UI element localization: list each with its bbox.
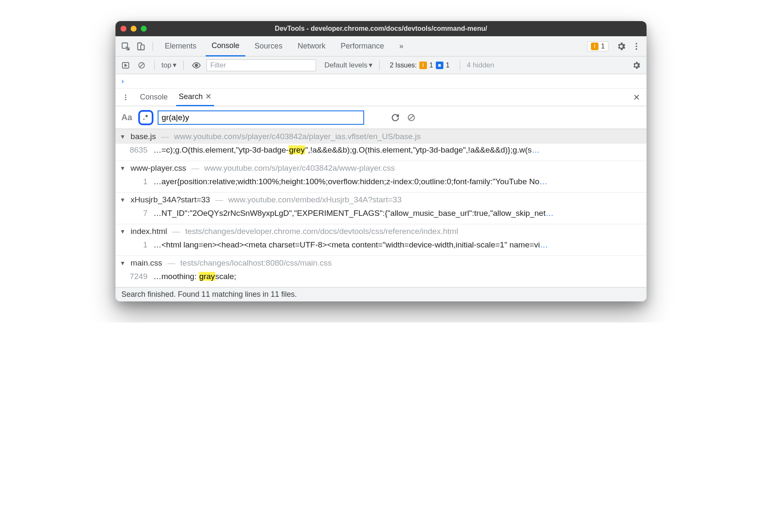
disclosure-triangle-icon: ▼ xyxy=(120,196,126,203)
separator xyxy=(153,42,153,51)
svg-point-5 xyxy=(636,48,637,50)
svg-point-13 xyxy=(125,99,126,100)
line-number: 1 xyxy=(126,177,148,186)
warning-badge-icon: ! xyxy=(591,43,598,50)
window-title: DevTools - developer.chrome.com/docs/dev… xyxy=(115,25,647,32)
issues-summary[interactable]: 2 Issues: ! 1 ■ 1 xyxy=(386,61,453,70)
line-content: …moothing: grayscale; xyxy=(153,272,236,281)
separator xyxy=(460,61,460,70)
result-line[interactable]: 7…NT_ID":"2OeQYs2rNcSnW8yxpLgD","EXPERIM… xyxy=(115,207,647,224)
result-group-header[interactable]: ▼xHusjrb_34A?start=33—www.youtube.com/em… xyxy=(115,192,647,207)
result-line[interactable]: 1…<html lang=en><head><meta charset=UTF-… xyxy=(115,239,647,255)
result-filename: www-player.css xyxy=(131,164,186,173)
line-content: …=c);g.O(this.element,"ytp-3d-badge-grey… xyxy=(153,145,540,155)
tab-console[interactable]: Console xyxy=(206,36,245,56)
filter-input[interactable]: Filter xyxy=(207,59,316,71)
result-path: www.youtube.com/embed/xHusjrb_34A?start=… xyxy=(228,195,401,204)
svg-point-4 xyxy=(636,46,637,47)
regex-toggle[interactable]: .* xyxy=(138,110,153,125)
separator xyxy=(154,61,155,70)
result-line[interactable]: 8635…=c);g.O(this.element,"ytp-3d-badge-… xyxy=(115,144,647,161)
zoom-window-button[interactable] xyxy=(141,26,147,32)
drawer-tab-search[interactable]: Search ✕ xyxy=(176,89,214,106)
clear-console-icon[interactable] xyxy=(136,59,148,71)
drawer-more-icon[interactable] xyxy=(120,91,131,103)
separator xyxy=(379,61,380,70)
tab-elements[interactable]: Elements xyxy=(159,36,202,56)
tab-sources[interactable]: Sources xyxy=(249,36,288,56)
line-number: 1 xyxy=(126,240,148,250)
refresh-search-icon[interactable] xyxy=(389,112,401,124)
result-path: www.youtube.com/s/player/c403842a/player… xyxy=(174,132,421,141)
separator: — xyxy=(215,195,223,204)
info-badge-icon: ■ xyxy=(436,62,443,69)
settings-gear-icon[interactable] xyxy=(615,40,627,52)
console-settings-gear-icon[interactable] xyxy=(631,59,642,71)
console-toolbar: top ▾ Filter Default levels ▾ 2 Issues: … xyxy=(115,56,647,74)
result-filename: xHusjrb_34A?start=33 xyxy=(131,195,210,204)
drawer-tabs: Console Search ✕ ✕ xyxy=(115,89,647,106)
line-content: …NT_ID":"2OeQYs2rNcSnW8yxpLgD","EXPERIME… xyxy=(153,209,553,218)
result-line[interactable]: 1…ayer{position:relative;width:100%;heig… xyxy=(115,175,647,192)
devtools-window: DevTools - developer.chrome.com/docs/dev… xyxy=(115,21,647,301)
device-toolbar-icon[interactable] xyxy=(135,40,147,52)
search-toolbar: Aa .* xyxy=(115,106,647,129)
clear-search-icon[interactable] xyxy=(405,112,417,124)
svg-point-11 xyxy=(125,94,126,96)
disclosure-triangle-icon: ▼ xyxy=(120,165,126,172)
more-menu-icon[interactable] xyxy=(631,40,642,52)
console-prompt[interactable]: › xyxy=(115,74,647,89)
tab-performance[interactable]: Performance xyxy=(335,36,390,56)
line-number: 8635 xyxy=(126,145,148,155)
svg-marker-7 xyxy=(125,64,126,66)
close-tab-icon[interactable]: ✕ xyxy=(205,92,212,101)
disclosure-triangle-icon: ▼ xyxy=(120,228,126,235)
result-group-header[interactable]: ▼base.js—www.youtube.com/s/player/c40384… xyxy=(115,129,647,144)
svg-rect-2 xyxy=(141,45,144,50)
result-path: tests/changes/developer.chrome.com/docs/… xyxy=(185,227,458,236)
traffic-lights xyxy=(121,26,147,32)
separator xyxy=(183,61,184,70)
match-highlight: gray xyxy=(199,272,215,281)
svg-point-10 xyxy=(195,64,198,67)
main-toolbar: Elements Console Sources Network Perform… xyxy=(115,36,647,56)
tab-network[interactable]: Network xyxy=(292,36,331,56)
separator: — xyxy=(161,132,169,141)
show-console-sidebar-icon[interactable] xyxy=(120,59,131,71)
context-selector[interactable]: top ▾ xyxy=(161,61,177,70)
svg-point-12 xyxy=(125,97,126,98)
result-group-header[interactable]: ▼main.css—tests/changes/localhost:8080/c… xyxy=(115,255,647,270)
log-levels-dropdown[interactable]: Default levels ▾ xyxy=(325,61,373,70)
result-path: www.youtube.com/s/player/c403842a/www-pl… xyxy=(204,164,395,173)
disclosure-triangle-icon: ▼ xyxy=(120,133,126,140)
issues-chip[interactable]: ! 1 xyxy=(587,41,609,51)
drawer-tab-console[interactable]: Console xyxy=(137,89,170,106)
close-drawer-icon[interactable]: ✕ xyxy=(631,91,642,103)
svg-point-3 xyxy=(636,43,637,44)
result-group-header[interactable]: ▼index.html—tests/changes/developer.chro… xyxy=(115,224,647,239)
issues-chip-count: 1 xyxy=(601,43,605,50)
chevron-down-icon: ▾ xyxy=(173,61,177,70)
status-bar: Search finished. Found 11 matching lines… xyxy=(115,287,647,301)
hidden-messages-label[interactable]: 4 hidden xyxy=(467,61,494,70)
prompt-chevron-icon: › xyxy=(121,77,124,86)
minimize-window-button[interactable] xyxy=(131,26,137,32)
live-expression-eye-icon[interactable] xyxy=(190,59,202,71)
search-results: ▼base.js—www.youtube.com/s/player/c40384… xyxy=(115,129,647,287)
result-path: tests/changes/localhost:8080/css/main.cs… xyxy=(180,258,332,268)
line-number: 7 xyxy=(126,209,148,218)
line-number: 7249 xyxy=(126,272,148,281)
result-line[interactable]: 7249…moothing: grayscale; xyxy=(115,270,647,287)
result-filename: index.html xyxy=(131,227,167,236)
match-case-toggle[interactable]: Aa xyxy=(120,113,134,122)
result-filename: main.css xyxy=(131,258,162,268)
svg-line-9 xyxy=(140,63,144,67)
inspect-element-icon[interactable] xyxy=(120,40,131,52)
match-highlight: grey xyxy=(289,145,305,154)
tabs-overflow[interactable]: » xyxy=(393,36,409,56)
result-filename: base.js xyxy=(131,132,156,141)
close-window-button[interactable] xyxy=(121,26,126,32)
line-content: …ayer{position:relative;width:100%;heigh… xyxy=(153,177,547,186)
search-input[interactable] xyxy=(158,110,364,125)
result-group-header[interactable]: ▼www-player.css—www.youtube.com/s/player… xyxy=(115,161,647,175)
